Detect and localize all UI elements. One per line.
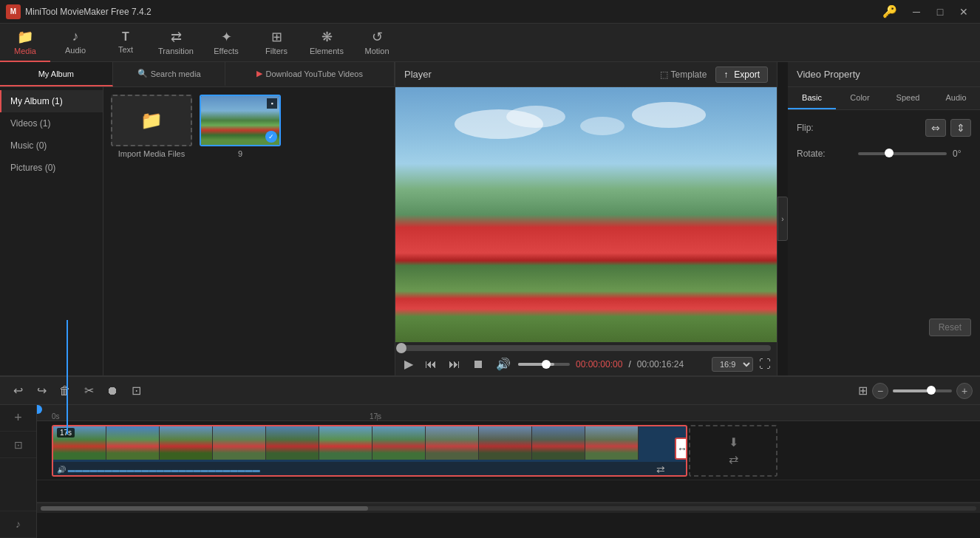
scrollbar-track[interactable] [41,506,976,511]
ruler-mark-0s: 0s [52,412,60,420]
video-checkmark: ✓ [265,131,277,143]
video-preview [395,87,777,342]
time-display: 00:00:00:00 [576,359,622,370]
flip-vertical-button[interactable]: ⇕ [950,119,971,137]
prev-frame-button[interactable]: ⏮ [422,356,440,372]
media-item-video[interactable]: ▪ ✓ 9 [200,95,281,158]
flip-horizontal-button[interactable]: ⇔ [925,119,946,137]
key-icon[interactable]: 🔑 [882,4,897,18]
clip-resize-handle[interactable]: ↔ [675,437,687,460]
video-thumb[interactable]: ▪ ✓ [200,95,281,146]
template-icon: ⬚ [660,69,668,80]
toolbar-item-filters[interactable]: ⊞ Filters [251,24,302,62]
player-title: Player [404,69,432,80]
zoom-in-button[interactable]: + [956,383,973,399]
rotate-slider[interactable] [858,152,947,155]
toolbar-label-text: Text [118,45,133,54]
toolbar-item-media[interactable]: 📁 Media [0,24,50,62]
title-bar: M MiniTool MovieMaker Free 7.4.2 🔑 ─ □ ✕ [0,0,980,24]
undo-button[interactable]: ↩ [7,381,28,401]
flip-h-icon: ⇔ [931,122,940,134]
clip-thumb-2 [106,426,160,460]
scrollbar-thumb[interactable] [41,506,368,511]
add-track-button[interactable]: + [0,405,36,432]
sidebar-item-my-album[interactable]: My Album (1) [0,90,103,112]
video-corner-icon: ▪ [267,98,277,109]
video-track-icon[interactable]: ⊡ [0,432,36,458]
tab-my-album[interactable]: My Album [0,62,113,86]
panel-collapse-button[interactable]: › [777,197,788,241]
import-thumb[interactable]: 📁 [111,95,192,146]
toolbar-item-audio[interactable]: ♪ Audio [50,24,101,62]
effects-icon: ✦ [221,29,232,45]
player-header: Player ⬚ Template ↑ Export [395,62,777,87]
music-track-icon[interactable]: ♪ [0,511,36,538]
prop-tab-basic[interactable]: Basic [788,87,836,109]
motion-icon: ↺ [372,29,383,45]
prop-tab-audio[interactable]: Audio [932,87,980,109]
clip-swap-right-button[interactable]: ⇄ [656,463,665,475]
zoom-out-button[interactable]: − [872,383,888,399]
prop-tab-speed[interactable]: Speed [884,87,932,109]
filters-icon: ⊞ [271,29,282,45]
zoom-slider[interactable] [893,389,952,392]
download-icon-clip[interactable]: ⬇ [729,435,738,449]
fullscreen-button[interactable]: ⛶ [759,358,771,371]
minimize-button[interactable]: ─ [906,4,927,19]
reset-button[interactable]: Reset [929,319,971,336]
timeline-tracks: 0s 17s 17s [37,405,980,538]
player-panel: Player ⬚ Template ↑ Export [395,62,777,375]
progress-indicator [396,343,406,353]
audio-edit-button[interactable]: ⏺ [102,381,123,401]
sidebar-item-pictures[interactable]: Pictures (0) [0,157,103,179]
ruler-mark-17s: 17s [370,412,381,420]
export-button[interactable]: ↑ Export [715,67,768,83]
sidebar-item-music[interactable]: Music (0) [0,134,103,157]
next-frame-button[interactable]: ⏭ [446,356,463,372]
volume-slider[interactable] [518,363,570,366]
toolbar-item-transition[interactable]: ⇄ Transition [151,24,201,62]
elements-icon: ❋ [321,29,333,45]
clip-thumb-10 [532,426,585,460]
clip-thumb-3 [160,426,213,460]
time-separator: / [628,359,630,370]
playhead-head [37,405,42,414]
redo-button[interactable]: ↪ [31,381,52,401]
progress-bar[interactable] [401,345,771,351]
timeline-tools-left: ↩ ↪ 🗑 ✂ ⏺ ⊡ [7,381,146,401]
track-music [37,480,980,503]
toolbar-item-text[interactable]: T Text [101,24,151,62]
aspect-ratio-select[interactable]: 16:9 4:3 1:1 9:16 [712,357,753,372]
sidebar-item-videos[interactable]: Videos (1) [0,112,103,134]
timeline-scrollbar[interactable] [37,503,980,513]
clip-thumb-6 [319,426,372,460]
tab-download-youtube[interactable]: ▶ Download YouTube Videos [225,62,395,86]
toolbar-label-transition: Transition [158,47,194,55]
rotate-row: Rotate: 0° [797,149,971,159]
stop-button[interactable]: ⏹ [469,356,487,372]
cut-button[interactable]: ✂ [78,381,99,401]
prop-tab-color[interactable]: Color [836,87,884,109]
music-note-icon: ♪ [16,518,21,530]
restore-button[interactable]: □ [930,4,950,19]
tab-search-media[interactable]: 🔍 Search media [113,62,226,86]
delete-button[interactable]: 🗑 [55,381,75,401]
toolbar-item-elements[interactable]: ❋ Elements [302,24,352,62]
flip-controls: ⇔ ⇕ [925,119,971,137]
rotate-thumb [885,149,894,157]
volume-button[interactable]: 🔊 [493,355,514,372]
swap-icon-clip[interactable]: ⇄ [729,452,738,466]
flip-row: Flip: ⇔ ⇕ [797,119,971,137]
import-media-item[interactable]: 📁 Import Media Files [111,95,192,158]
split-tracks-icon[interactable]: ⊞ [858,384,868,398]
video-clip[interactable]: 17s 🔊 ▬▬▬▬▬ [52,425,687,477]
toolbar-item-motion[interactable]: ↺ Motion [352,24,402,62]
toolbar-item-effects[interactable]: ✦ Effects [201,24,251,62]
zoom-fill [893,389,928,392]
crop-button[interactable]: ⊡ [126,381,146,401]
close-button[interactable]: ✕ [953,4,974,19]
toolbar: 📁 Media ♪ Audio T Text ⇄ Transition ✦ Ef… [0,24,980,62]
title-bar-controls: 🔑 ─ □ ✕ [882,4,974,19]
template-button[interactable]: ⬚ Template [660,69,707,80]
play-button[interactable]: ▶ [401,355,416,372]
